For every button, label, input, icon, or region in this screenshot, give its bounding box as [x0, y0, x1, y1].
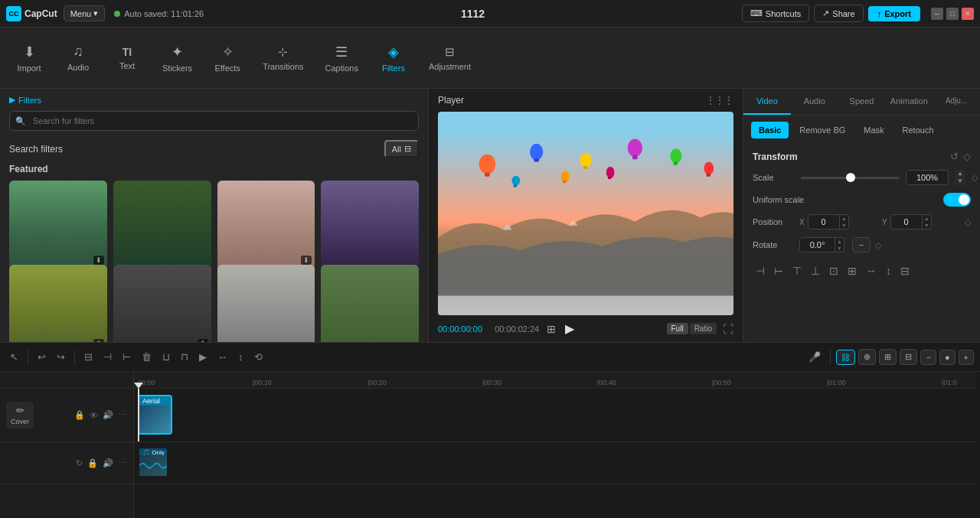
uniform-scale-toggle[interactable]: [943, 193, 971, 207]
shield-button[interactable]: ⊔: [158, 349, 174, 365]
sub-tab-remove-bg[interactable]: Remove BG: [792, 122, 853, 138]
sub-tab-mask[interactable]: Mask: [856, 122, 891, 138]
ratio-view-button[interactable]: Ratio: [690, 323, 717, 334]
scale-down-button[interactable]: ▼: [955, 178, 965, 185]
link-button[interactable]: ⛓: [836, 350, 855, 365]
align-bottom-button[interactable]: ⊞: [844, 263, 860, 279]
align-distribute-v-button[interactable]: ↕: [883, 263, 894, 279]
tab-adjust[interactable]: Adju...: [933, 89, 980, 115]
position-diamond-icon[interactable]: ◇: [965, 217, 971, 227]
plus-zoom-button[interactable]: +: [959, 350, 974, 365]
tab-animation[interactable]: Animation: [885, 89, 933, 115]
track-volume-button[interactable]: 🔊: [102, 409, 114, 421]
full-view-button[interactable]: Full: [667, 323, 688, 334]
filter-card-gold-coast[interactable]: Gold Coast: [321, 181, 419, 279]
scale-input[interactable]: [906, 170, 949, 185]
tool-effects[interactable]: ✧ Effects: [204, 39, 250, 77]
play-button[interactable]: ▶: [564, 320, 576, 337]
scale-diamond-icon[interactable]: ◇: [972, 173, 978, 183]
filter-card-glow[interactable]: Glow: [217, 265, 315, 343]
filter-card-crystal-clear[interactable]: ⬇ Crystal Clear: [217, 181, 315, 279]
track-more-button[interactable]: ⋯: [117, 409, 127, 421]
audio-loop-button[interactable]: ↻: [75, 458, 83, 469]
trim-left-button[interactable]: ⊣: [100, 349, 116, 365]
undo-button[interactable]: ↩: [34, 349, 50, 365]
frame-button[interactable]: ⊓: [177, 349, 192, 365]
scale-up-button[interactable]: ▲: [955, 170, 965, 178]
maximize-button[interactable]: □: [946, 8, 959, 20]
audio-lock-button[interactable]: 🔒: [87, 458, 99, 469]
pos-y-up[interactable]: ▲: [923, 215, 931, 222]
tab-audio[interactable]: Audio: [791, 89, 838, 115]
audio-clip[interactable]: 🎵 Only: [138, 447, 168, 477]
pos-y-input[interactable]: [891, 215, 922, 229]
mic-button[interactable]: 🎤: [805, 349, 825, 365]
align-right-button[interactable]: ⊤: [789, 263, 805, 279]
menu-button[interactable]: Menu ▾: [64, 5, 106, 21]
shortcuts-button[interactable]: ⌨ Shortcuts: [742, 5, 809, 22]
scale-slider[interactable]: [801, 177, 900, 179]
sub-tab-retouch[interactable]: Retouch: [895, 122, 942, 138]
tool-adjustment[interactable]: ⊟ Adjustment: [420, 41, 480, 76]
align-center-h-button[interactable]: ⊢: [771, 263, 786, 279]
align-center-v-button[interactable]: ⊡: [826, 263, 841, 279]
grid-view-button[interactable]: ⊞: [545, 321, 557, 337]
filter-card-one-day[interactable]: One Day: [321, 265, 419, 343]
pos-x-up[interactable]: ▲: [840, 215, 848, 222]
play-button-tl[interactable]: ▶: [195, 349, 211, 365]
pos-y-down[interactable]: ▼: [923, 222, 931, 229]
minimize-button[interactable]: ─: [931, 8, 943, 20]
trim-right-button[interactable]: ⊢: [119, 349, 135, 365]
align-distribute-h-button[interactable]: ↔: [863, 263, 880, 279]
align-top-button[interactable]: ⊥: [808, 263, 823, 279]
player-menu-icon[interactable]: ⋮⋮⋮: [706, 95, 733, 106]
search-input[interactable]: [9, 111, 419, 131]
cover-button[interactable]: ✏ Cover: [6, 402, 34, 428]
flip-h-button[interactable]: ↔: [214, 349, 231, 365]
split-button[interactable]: ⊟: [80, 349, 96, 365]
filter-card-oppenheimer[interactable]: ⬇ Oppenheimer: [113, 265, 211, 343]
tool-import[interactable]: ⬇ Import: [6, 39, 52, 77]
audio-more-button[interactable]: ⋯: [117, 458, 127, 469]
video-clip[interactable]: Aerial: [138, 395, 172, 435]
filter-card-green-lake[interactable]: Green Lake: [113, 181, 211, 279]
snap-button[interactable]: ⊕: [858, 349, 876, 365]
all-filter-button[interactable]: All ⊟: [384, 140, 419, 158]
sub-tab-basic[interactable]: Basic: [751, 122, 789, 138]
cursor-tool-button[interactable]: ↖: [6, 349, 22, 365]
rotate-down[interactable]: ▼: [835, 245, 844, 252]
track-hide-button[interactable]: 👁: [89, 409, 99, 421]
export-button[interactable]: ↑ Export: [868, 6, 920, 21]
expand-button[interactable]: ⛶: [723, 323, 733, 335]
pos-x-input[interactable]: [808, 215, 839, 229]
undo-transform-icon[interactable]: ↺: [950, 151, 959, 162]
minus-zoom-button[interactable]: −: [920, 350, 936, 365]
preview-button[interactable]: ⊟: [900, 349, 917, 365]
align-left-button[interactable]: ⊣: [753, 263, 768, 279]
rotate-up[interactable]: ▲: [835, 238, 844, 245]
circle-button[interactable]: ●: [939, 350, 956, 365]
tool-audio[interactable]: ♫ Audio: [55, 39, 101, 77]
tab-video[interactable]: Video: [743, 89, 791, 115]
tool-stickers[interactable]: ✦ Stickers: [153, 39, 201, 77]
transform-btn[interactable]: ⟲: [250, 349, 266, 365]
tool-text[interactable]: TI Text: [104, 41, 150, 75]
diamond-icon[interactable]: ◇: [963, 151, 971, 162]
rotate-flip-button[interactable]: −: [852, 237, 871, 252]
rotate-btn-tl[interactable]: ↕: [234, 349, 247, 365]
tool-captions[interactable]: ☰ Captions: [316, 39, 368, 77]
tab-speed[interactable]: Speed: [838, 89, 886, 115]
magnet-button[interactable]: ⊞: [879, 349, 897, 365]
filter-card-clear[interactable]: ⬇ Clear: [9, 265, 107, 343]
track-lock-button[interactable]: 🔒: [74, 409, 86, 421]
filter-card-clear-ii[interactable]: ⬇ Clear II: [9, 181, 107, 279]
audio-volume-button[interactable]: 🔊: [102, 458, 114, 469]
rotate-diamond-icon[interactable]: ◇: [875, 240, 881, 250]
pos-x-down[interactable]: ▼: [840, 222, 848, 229]
tool-filters[interactable]: ◈ Filters: [371, 39, 416, 77]
redo-button[interactable]: ↪: [53, 349, 69, 365]
rotate-input[interactable]: [800, 238, 835, 252]
delete-button[interactable]: 🗑: [138, 349, 155, 365]
share-button[interactable]: ↗ Share: [814, 5, 863, 22]
tool-transitions[interactable]: ⊹ Transitions: [253, 41, 312, 76]
